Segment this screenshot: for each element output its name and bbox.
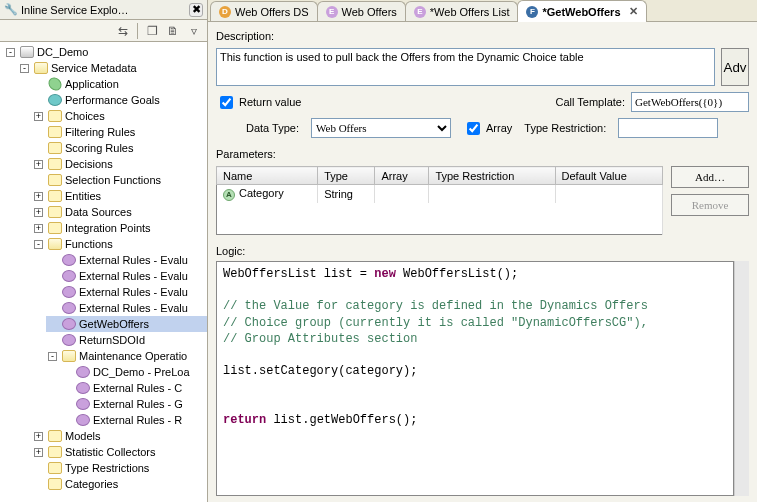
- twisty-icon[interactable]: +: [34, 160, 43, 169]
- tree[interactable]: - DC_Demo - Service Metadata Application: [0, 42, 207, 502]
- close-icon[interactable]: ✕: [629, 5, 638, 18]
- description-input[interactable]: [216, 48, 715, 86]
- tree-function-item[interactable]: External Rules - Evalu: [46, 284, 207, 300]
- tree-function-item[interactable]: External Rules - R: [60, 412, 207, 428]
- twisty-icon[interactable]: +: [34, 432, 43, 441]
- table-header[interactable]: Name: [217, 167, 318, 185]
- tree-item[interactable]: Performance Goals: [32, 92, 207, 108]
- tree-label: Performance Goals: [65, 92, 160, 108]
- array-checkbox[interactable]: Array: [463, 119, 512, 138]
- tree-item[interactable]: Selection Functions: [32, 172, 207, 188]
- tree-item[interactable]: Filtering Rules: [32, 124, 207, 140]
- tree-item[interactable]: +Decisions: [32, 156, 207, 172]
- function-icon: [62, 254, 76, 266]
- tree-item[interactable]: +Statistic Collectors: [32, 444, 207, 460]
- tree-item[interactable]: +Choices: [32, 108, 207, 124]
- add-parameter-button[interactable]: Add…: [671, 166, 749, 188]
- tree-function-item[interactable]: External Rules - Evalu: [46, 300, 207, 316]
- tree-label: Filtering Rules: [65, 124, 135, 140]
- twisty-icon[interactable]: -: [6, 48, 15, 57]
- scrollbar[interactable]: [734, 261, 749, 496]
- tree-functions[interactable]: -Functions: [32, 236, 207, 252]
- editor-tab[interactable]: E*Web Offers List: [405, 1, 519, 21]
- copy-icon[interactable]: ❐: [143, 22, 161, 40]
- twisty-icon[interactable]: +: [34, 192, 43, 201]
- tree-root[interactable]: - DC_Demo: [4, 44, 207, 60]
- twisty-icon[interactable]: +: [34, 224, 43, 233]
- tree-function-item[interactable]: External Rules - Evalu: [46, 268, 207, 284]
- tree-function-item[interactable]: External Rules - C: [60, 380, 207, 396]
- data-type-label: Data Type:: [246, 122, 299, 134]
- twisty-icon[interactable]: +: [34, 112, 43, 121]
- logic-code-editor[interactable]: WebOffersList list = new WebOffersList()…: [216, 261, 734, 496]
- editor-tab[interactable]: F*GetWebOffers✕: [517, 0, 646, 22]
- function-form: Description: Adv Return value Call Templ…: [208, 22, 757, 261]
- tree-item[interactable]: Scoring Rules: [32, 140, 207, 156]
- tree-label: Functions: [65, 236, 113, 252]
- tree-item[interactable]: Application: [32, 76, 207, 92]
- call-template-input[interactable]: [631, 92, 749, 112]
- table-row[interactable]: ACategoryString: [217, 185, 663, 203]
- tree-service-metadata[interactable]: - Service Metadata: [18, 60, 207, 76]
- remove-parameter-button[interactable]: Remove: [671, 194, 749, 216]
- tree-function-item[interactable]: External Rules - G: [60, 396, 207, 412]
- function-icon: [62, 286, 76, 298]
- tree-item[interactable]: +Entities: [32, 188, 207, 204]
- table-header[interactable]: Type Restriction: [429, 167, 555, 185]
- tree-label: External Rules - Evalu: [79, 268, 188, 284]
- editor-tab[interactable]: DWeb Offers DS: [210, 1, 318, 21]
- x-icon[interactable]: ✖: [189, 3, 203, 17]
- twisty-icon[interactable]: -: [20, 64, 29, 73]
- tree-label: Models: [65, 428, 100, 444]
- folder-icon: [48, 238, 62, 250]
- tree-item[interactable]: Categories: [32, 476, 207, 492]
- advanced-button[interactable]: Adv: [721, 48, 749, 86]
- parameters-table[interactable]: NameTypeArrayType RestrictionDefault Val…: [216, 166, 663, 235]
- sidebar: 🔧 Inline Service Explo… ✖ ⇆ ❐ 🗎 ▿ - DC_D…: [0, 0, 208, 502]
- return-value-checkbox[interactable]: Return value: [216, 93, 301, 112]
- table-header[interactable]: Default Value: [555, 167, 662, 185]
- function-icon: [62, 334, 76, 346]
- twisty-icon[interactable]: -: [48, 352, 57, 361]
- tree-label: GetWebOffers: [79, 316, 149, 332]
- tree-label: Data Sources: [65, 204, 132, 220]
- tree-function-item[interactable]: GetWebOffers: [46, 316, 207, 332]
- link-icon[interactable]: 🗎: [164, 22, 182, 40]
- sidebar-toolbar: ⇆ ❐ 🗎 ▿: [0, 20, 207, 42]
- tree-label: Decisions: [65, 156, 113, 172]
- call-template-label: Call Template:: [556, 96, 626, 108]
- table-header[interactable]: Type: [318, 167, 375, 185]
- tree-item[interactable]: Type Restrictions: [32, 460, 207, 476]
- folder-icon: [48, 478, 62, 490]
- tree-item[interactable]: +Integration Points: [32, 220, 207, 236]
- twisty-icon[interactable]: +: [34, 448, 43, 457]
- table-header[interactable]: Array: [375, 167, 429, 185]
- logic-label: Logic:: [216, 245, 749, 257]
- tree-item[interactable]: +Models: [32, 428, 207, 444]
- tree-label: Maintenance Operatio: [79, 348, 187, 364]
- tree-function-item[interactable]: External Rules - Evalu: [46, 252, 207, 268]
- twisty-icon[interactable]: +: [34, 208, 43, 217]
- function-icon: F: [526, 6, 538, 18]
- function-icon: [76, 414, 90, 426]
- tree-function-item[interactable]: ReturnSDOId: [46, 332, 207, 348]
- tree-label: External Rules - R: [93, 412, 182, 428]
- tree-label: Application: [65, 76, 119, 92]
- data-type-select[interactable]: Web Offers: [311, 118, 451, 138]
- type-restriction-input[interactable]: [618, 118, 718, 138]
- tree-maintenance[interactable]: -Maintenance Operatio: [46, 348, 207, 364]
- editor-tab[interactable]: EWeb Offers: [317, 1, 406, 21]
- collapse-all-icon[interactable]: ⇆: [114, 22, 132, 40]
- tree-label: Statistic Collectors: [65, 444, 155, 460]
- function-icon: [62, 302, 76, 314]
- tab-bar: DWeb Offers DSEWeb OffersE*Web Offers Li…: [208, 0, 757, 22]
- entity-icon: E: [326, 6, 338, 18]
- entity-icon: E: [414, 6, 426, 18]
- twisty-icon[interactable]: -: [34, 240, 43, 249]
- tree-label: External Rules - G: [93, 396, 183, 412]
- folder-icon: [48, 206, 62, 218]
- menu-icon[interactable]: ▿: [185, 22, 203, 40]
- tree-function-item[interactable]: DC_Demo - PreLoa: [60, 364, 207, 380]
- tab-label: Web Offers: [342, 6, 397, 18]
- tree-item[interactable]: +Data Sources: [32, 204, 207, 220]
